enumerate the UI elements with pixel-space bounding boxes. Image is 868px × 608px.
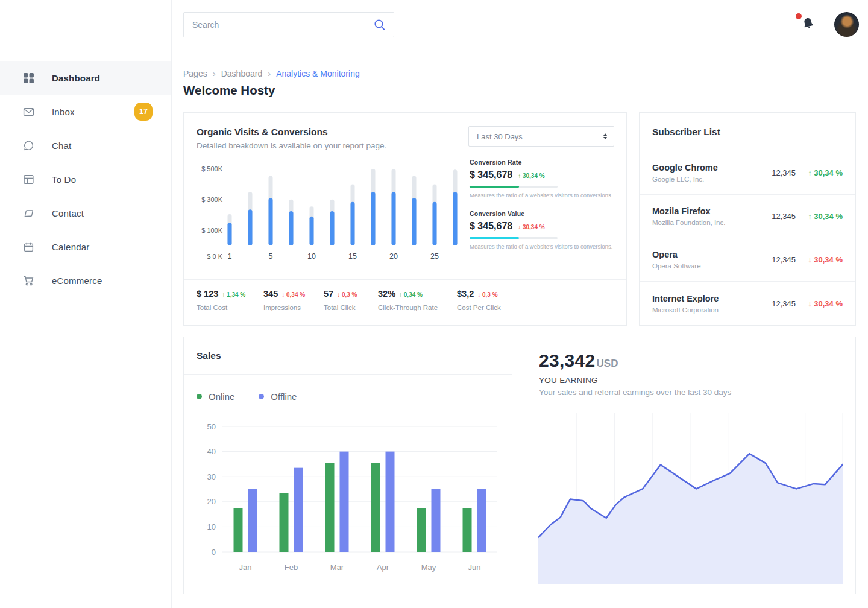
- stat-delta: 0,34 %: [281, 291, 305, 298]
- user-avatar[interactable]: [834, 12, 859, 37]
- legend-dot-offline: [259, 394, 264, 399]
- metric-delta: 30,34 %: [518, 173, 544, 179]
- inbox-unread-badge: 17: [134, 103, 153, 121]
- todo-layout-icon: [23, 174, 34, 185]
- organic-visits-card: Organic Visits & Conversions Detailed br…: [183, 112, 627, 326]
- card-title: Subscriber List: [652, 127, 720, 138]
- svg-text:$ 100K: $ 100K: [201, 227, 223, 234]
- metric-label: Conversion Value: [470, 210, 615, 217]
- svg-text:10: 10: [307, 252, 316, 261]
- earning-label: YOU EARNING: [539, 376, 598, 385]
- breadcrumb-dashboard[interactable]: Dashboard: [221, 69, 263, 78]
- metric-caption: Measures the ratio of a website's visito…: [470, 243, 615, 250]
- metric-caption: Measures the ratio of a website's visito…: [470, 192, 615, 198]
- svg-text:25: 25: [430, 252, 439, 261]
- stat-delta: 0,3 %: [477, 291, 497, 298]
- svg-text:1: 1: [228, 252, 232, 261]
- search-icon[interactable]: [373, 18, 386, 31]
- sidebar-item-inbox[interactable]: Inbox 17: [0, 95, 171, 128]
- stat-delta: 1,34 %: [222, 291, 245, 298]
- subscriber-delta: 30,34 %: [796, 255, 843, 264]
- sidebar-item-label: To Do: [52, 174, 76, 185]
- sidebar-nav: Dashboard Inbox 17 Chat To Do: [0, 61, 171, 297]
- earning-amount: 23,342: [539, 350, 596, 371]
- subscriber-delta: 30,34 %: [796, 212, 843, 221]
- date-range-select[interactable]: Last 30 Days: [468, 126, 614, 147]
- earning-currency: USD: [597, 358, 618, 370]
- subscriber-list-header: Subscriber List: [640, 113, 855, 151]
- sidebar-item-chat[interactable]: Chat: [0, 128, 171, 162]
- sidebar-item-contact[interactable]: Contact: [0, 196, 171, 230]
- legend-dot-online: [197, 394, 202, 399]
- sidebar-item-todo[interactable]: To Do: [0, 162, 171, 196]
- stat-cost-per-click: $3,2 0,3 % Cost Per Click: [457, 289, 626, 325]
- svg-text:50: 50: [207, 422, 216, 431]
- subscriber-row-chrome[interactable]: Google Chrome Google LLC, Inc. 12,345 30…: [640, 151, 855, 195]
- progress-bar: [470, 237, 558, 239]
- dashboard-grid-icon: [23, 72, 34, 84]
- metric-value: $ 345,678: [470, 221, 512, 232]
- stat-click-through-rate: 32% 0,34 % Click-Through Rate: [378, 289, 457, 325]
- breadcrumb-pages[interactable]: Pages: [183, 69, 207, 78]
- calendar-icon: [23, 241, 34, 253]
- subscriber-row-opera[interactable]: Opera Opera Software 12,345 30,34 %: [640, 238, 855, 282]
- breadcrumb-analytics[interactable]: Analytics & Monitoring: [276, 69, 360, 78]
- svg-text:Jan: Jan: [239, 563, 252, 572]
- envelope-icon: [23, 106, 34, 118]
- contact-book-icon: [23, 207, 34, 219]
- sidebar-item-label: eCommerce: [52, 276, 102, 286]
- svg-text:Jun: Jun: [468, 563, 481, 572]
- stat-total-click: 57 0,3 % Total Click: [324, 289, 378, 325]
- stat-total-cost: $ 123 1,34 % Total Cost: [197, 289, 263, 325]
- card-subtitle: Detailed breakdown is available on your …: [197, 141, 386, 150]
- subscriber-delta: 30,34 %: [796, 168, 843, 177]
- conversion-value-metric: Conversion Value $ 345,678 30,34 % Measu…: [470, 210, 615, 250]
- sidebar-item-dashboard[interactable]: Dashboard: [0, 61, 171, 95]
- logo: [0, 0, 171, 48]
- sidebar-item-label: Contact: [52, 208, 84, 218]
- subscriber-row-ie[interactable]: Internet Explore Microsoft Corporation 1…: [640, 282, 855, 325]
- svg-text:May: May: [421, 563, 436, 572]
- subscriber-delta: 30,34 %: [796, 299, 843, 308]
- date-range-value: Last 30 Days: [477, 132, 523, 141]
- legend-item[interactable]: Offline: [259, 391, 297, 402]
- sales-legend: Online Offline: [197, 391, 297, 402]
- topbar: [172, 0, 868, 48]
- svg-text:20: 20: [207, 497, 216, 506]
- sales-header: Sales: [184, 337, 512, 375]
- metric-label: Conversion Rate: [470, 159, 615, 166]
- conversion-rate-metric: Conversion Rate $ 345,678 30,34 % Measur…: [470, 159, 615, 198]
- subscriber-row-firefox[interactable]: Mozila Firefox Mozilla Foundation, Inc. …: [640, 195, 855, 238]
- progress-bar: [470, 186, 558, 188]
- sales-chart: 01020304050JanFebMarAprMayJun: [193, 418, 502, 581]
- search-input[interactable]: [184, 13, 373, 37]
- svg-text:20: 20: [389, 252, 398, 261]
- metric-delta: 30,34 %: [518, 224, 544, 230]
- breadcrumb: Pages › Dashboard › Analytics & Monitori…: [183, 68, 360, 78]
- stat-impressions: 345 0,34 % Impressions: [263, 289, 324, 325]
- breadcrumb-separator: ›: [213, 68, 216, 78]
- svg-text:Apr: Apr: [377, 563, 389, 572]
- sidebar-item-label: Dashboard: [52, 73, 100, 83]
- stat-delta: 0,3 %: [337, 291, 357, 298]
- earning-subtitle: Your sales and referral earnings over th…: [539, 388, 731, 397]
- bell-icon: [799, 14, 818, 33]
- sidebar-item-calendar[interactable]: Calendar: [0, 230, 171, 264]
- chat-bubble-icon: [23, 140, 34, 151]
- legend-item[interactable]: Online: [197, 391, 234, 402]
- sidebar-item-label: Chat: [52, 141, 72, 151]
- sidebar: Dashboard Inbox 17 Chat To Do: [0, 0, 172, 608]
- svg-text:10: 10: [207, 522, 216, 531]
- card-title: Sales: [197, 350, 221, 361]
- sidebar-item-label: Inbox: [52, 107, 75, 117]
- svg-text:Mar: Mar: [330, 563, 344, 572]
- svg-text:5: 5: [269, 252, 273, 261]
- metric-value: $ 345,678: [470, 169, 512, 180]
- sidebar-item-ecommerce[interactable]: eCommerce: [0, 264, 171, 297]
- kpi-stats-row: $ 123 1,34 % Total Cost 345 0,34 % Impre…: [184, 279, 626, 325]
- main-content: Pages › Dashboard › Analytics & Monitori…: [172, 48, 868, 608]
- svg-text:40: 40: [207, 447, 216, 456]
- notifications-button[interactable]: [800, 16, 819, 34]
- svg-text:0: 0: [212, 548, 216, 557]
- svg-text:$ 500K: $ 500K: [201, 165, 223, 173]
